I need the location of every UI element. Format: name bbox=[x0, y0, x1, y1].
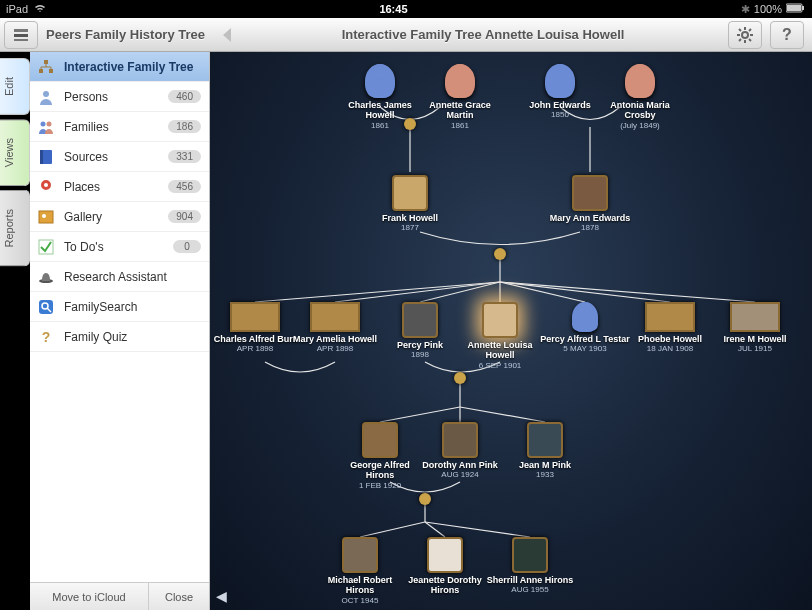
person-node[interactable]: Jeanette Dorothy Hirons bbox=[400, 537, 490, 596]
close-button[interactable]: Close bbox=[149, 583, 209, 610]
person-node[interactable]: Michael Robert HironsOCT 1945 bbox=[315, 537, 405, 605]
person-node[interactable]: Irene M HowellJUL 1915 bbox=[710, 302, 800, 354]
svg-point-19 bbox=[41, 121, 46, 126]
portrait-icon bbox=[645, 302, 695, 332]
sidebar-item-persons[interactable]: Persons 460 bbox=[30, 82, 209, 112]
tree-canvas[interactable]: Charles James Howell1861 Annette Grace M… bbox=[210, 52, 812, 610]
sidebar-item-sources[interactable]: Sources 331 bbox=[30, 142, 209, 172]
sidebar-item-label: Places bbox=[64, 180, 160, 194]
people-icon bbox=[36, 117, 56, 137]
marriage-icon bbox=[494, 248, 506, 260]
portrait-icon bbox=[230, 302, 280, 332]
portrait-icon bbox=[482, 302, 518, 338]
book-icon bbox=[36, 147, 56, 167]
avatar-female-icon bbox=[625, 64, 655, 98]
collapse-sidebar-button[interactable]: ◀ bbox=[216, 588, 227, 604]
tab-views[interactable]: Views bbox=[0, 119, 30, 186]
person-node[interactable]: Annette Grace Martin1861 bbox=[415, 64, 505, 130]
portrait-icon bbox=[512, 537, 548, 573]
sidebar-item-label: Research Assistant bbox=[64, 270, 201, 284]
toolbar: Peers Family History Tree Interactive Fa… bbox=[0, 18, 812, 52]
svg-rect-16 bbox=[39, 69, 43, 73]
svg-rect-1 bbox=[787, 5, 801, 11]
person-node[interactable]: Frank Howell1877 bbox=[365, 175, 455, 233]
sidebar-item-label: Interactive Family Tree bbox=[64, 60, 201, 74]
marriage-icon bbox=[454, 372, 466, 384]
tab-edit[interactable]: Edit bbox=[0, 58, 30, 115]
wifi-icon bbox=[34, 3, 46, 15]
portrait-icon bbox=[392, 175, 428, 211]
menu-button[interactable] bbox=[4, 21, 38, 49]
svg-rect-4 bbox=[14, 34, 28, 37]
library-title: Peers Family History Tree bbox=[42, 27, 212, 42]
tree-icon bbox=[36, 57, 56, 77]
sidebar-item-label: Gallery bbox=[64, 210, 160, 224]
count-badge: 186 bbox=[168, 120, 201, 133]
avatar-female-icon bbox=[445, 64, 475, 98]
svg-point-18 bbox=[43, 91, 49, 97]
move-to-icloud-button[interactable]: Move to iCloud bbox=[30, 583, 149, 610]
svg-rect-22 bbox=[40, 150, 43, 164]
page-title: Interactive Family Tree Annette Louisa H… bbox=[242, 27, 724, 42]
svg-point-23 bbox=[44, 183, 48, 187]
side-tabs: Edit Views Reports bbox=[0, 52, 30, 610]
person-node[interactable]: Jean M Pink1933 bbox=[500, 422, 590, 480]
avatar-male-icon bbox=[365, 64, 395, 98]
back-button[interactable] bbox=[212, 26, 242, 44]
person-node[interactable]: Charles James Howell1861 bbox=[335, 64, 425, 130]
person-node[interactable]: George Alfred Hirons1 FEB 1920 bbox=[335, 422, 425, 490]
sidebar-item-label: Family Quiz bbox=[64, 330, 201, 344]
portrait-icon bbox=[442, 422, 478, 458]
person-node[interactable]: John Edwards1850 bbox=[515, 64, 605, 120]
sidebar-item-familysearch[interactable]: FamilySearch bbox=[30, 292, 209, 322]
svg-rect-24 bbox=[39, 211, 53, 223]
portrait-icon bbox=[342, 537, 378, 573]
svg-point-6 bbox=[742, 32, 748, 38]
sidebar-item-gallery[interactable]: Gallery 904 bbox=[30, 202, 209, 232]
person-node[interactable]: Mary Amelia HowellAPR 1898 bbox=[290, 302, 380, 354]
person-node[interactable]: Dorothy Ann PinkAUG 1924 bbox=[415, 422, 505, 480]
portrait-icon bbox=[427, 537, 463, 573]
svg-line-14 bbox=[739, 39, 741, 41]
count-badge: 460 bbox=[168, 90, 201, 103]
sidebar-item-families[interactable]: Families 186 bbox=[30, 112, 209, 142]
portrait-icon bbox=[402, 302, 438, 338]
person-node[interactable]: Percy Pink1898 bbox=[375, 302, 465, 360]
sidebar-item-label: Sources bbox=[64, 150, 160, 164]
settings-button[interactable] bbox=[728, 21, 762, 49]
person-node[interactable]: Sherrill Anne HironsAUG 1955 bbox=[485, 537, 575, 595]
avatar-male-icon bbox=[572, 302, 598, 332]
count-badge: 331 bbox=[168, 150, 201, 163]
sidebar-item-tree[interactable]: Interactive Family Tree bbox=[30, 52, 209, 82]
sidebar-item-places[interactable]: Places 456 bbox=[30, 172, 209, 202]
carrier-label: iPad bbox=[6, 3, 28, 15]
person-node[interactable]: Phoebe Howell18 JAN 1908 bbox=[625, 302, 715, 354]
sidebar: Interactive Family Tree Persons 460 Fami… bbox=[30, 52, 210, 610]
person-node[interactable]: Antonia Maria Crosby(July 1849) bbox=[595, 64, 685, 130]
svg-rect-17 bbox=[49, 69, 53, 73]
svg-point-20 bbox=[47, 121, 52, 126]
person-node-selected[interactable]: Annette Louisa Howell6 SEP 1901 bbox=[455, 302, 545, 370]
portrait-icon bbox=[527, 422, 563, 458]
battery-label: 100% bbox=[754, 3, 782, 15]
portrait-icon bbox=[310, 302, 360, 332]
question-icon: ? bbox=[36, 327, 56, 347]
hat-icon bbox=[36, 267, 56, 287]
svg-line-11 bbox=[739, 29, 741, 31]
person-icon bbox=[36, 87, 56, 107]
sidebar-item-label: FamilySearch bbox=[64, 300, 201, 314]
svg-text:?: ? bbox=[42, 329, 51, 345]
check-icon bbox=[36, 237, 56, 257]
person-node[interactable]: Mary Ann Edwards1878 bbox=[545, 175, 635, 233]
bluetooth-icon: ✱ bbox=[741, 3, 750, 16]
sidebar-item-todos[interactable]: To Do's 0 bbox=[30, 232, 209, 262]
sidebar-item-quiz[interactable]: ? Family Quiz bbox=[30, 322, 209, 352]
person-node[interactable]: Charles Alfred BurrAPR 1898 bbox=[210, 302, 300, 354]
tab-reports[interactable]: Reports bbox=[0, 190, 30, 267]
sidebar-item-research[interactable]: Research Assistant bbox=[30, 262, 209, 292]
help-button[interactable]: ? bbox=[770, 21, 804, 49]
sidebar-item-label: Persons bbox=[64, 90, 160, 104]
portrait-icon bbox=[572, 175, 608, 211]
count-badge: 0 bbox=[173, 240, 201, 253]
person-node[interactable]: Percy Alfred L Testar5 MAY 1903 bbox=[540, 302, 630, 354]
